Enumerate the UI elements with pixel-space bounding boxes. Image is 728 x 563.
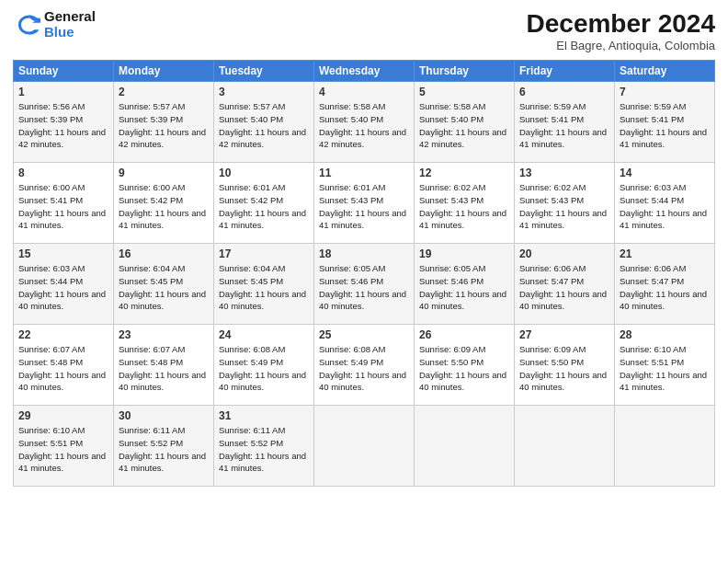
day-number: 2 bbox=[119, 86, 209, 98]
calendar-cell: 13 Sunrise: 6:02 AMSunset: 5:43 PMDaylig… bbox=[515, 163, 615, 244]
calendar-cell: 30 Sunrise: 6:11 AMSunset: 5:52 PMDaylig… bbox=[114, 406, 214, 487]
day-number: 30 bbox=[119, 409, 209, 422]
day-number: 18 bbox=[319, 247, 409, 260]
day-number: 10 bbox=[219, 167, 309, 179]
day-info: Sunrise: 6:11 AMSunset: 5:52 PMDaylight:… bbox=[119, 425, 206, 473]
calendar-table: Sunday Monday Tuesday Wednesday Thursday… bbox=[13, 60, 715, 487]
day-info: Sunrise: 6:04 AMSunset: 5:45 PMDaylight:… bbox=[119, 263, 206, 311]
day-number: 15 bbox=[18, 247, 108, 260]
day-info: Sunrise: 5:57 AMSunset: 5:40 PMDaylight:… bbox=[219, 101, 306, 149]
calendar-cell: 31 Sunrise: 6:11 AMSunset: 5:52 PMDaylig… bbox=[214, 406, 314, 487]
calendar-cell bbox=[615, 406, 715, 487]
day-info: Sunrise: 6:11 AMSunset: 5:52 PMDaylight:… bbox=[219, 425, 306, 473]
logo-general: General bbox=[44, 9, 96, 25]
day-number: 14 bbox=[620, 167, 710, 179]
day-number: 25 bbox=[319, 328, 409, 341]
day-info: Sunrise: 6:01 AMSunset: 5:42 PMDaylight:… bbox=[219, 182, 306, 230]
day-number: 11 bbox=[319, 167, 409, 179]
logo: General Blue bbox=[13, 9, 96, 40]
calendar-week-4: 22 Sunrise: 6:07 AMSunset: 5:48 PMDaylig… bbox=[14, 325, 715, 406]
calendar-cell: 16 Sunrise: 6:04 AMSunset: 5:45 PMDaylig… bbox=[114, 244, 214, 325]
calendar-cell: 18 Sunrise: 6:05 AMSunset: 5:46 PMDaylig… bbox=[314, 244, 415, 325]
calendar-cell bbox=[515, 406, 615, 487]
day-info: Sunrise: 6:00 AMSunset: 5:41 PMDaylight:… bbox=[18, 182, 106, 230]
logo-blue: Blue bbox=[44, 25, 96, 40]
day-info: Sunrise: 6:07 AMSunset: 5:48 PMDaylight:… bbox=[119, 344, 206, 392]
col-thursday: Thursday bbox=[415, 61, 515, 82]
day-info: Sunrise: 6:03 AMSunset: 5:44 PMDaylight:… bbox=[620, 182, 707, 230]
day-info: Sunrise: 5:56 AMSunset: 5:39 PMDaylight:… bbox=[18, 101, 106, 149]
calendar-cell: 14 Sunrise: 6:03 AMSunset: 5:44 PMDaylig… bbox=[615, 163, 715, 244]
day-info: Sunrise: 6:00 AMSunset: 5:42 PMDaylight:… bbox=[119, 182, 206, 230]
day-info: Sunrise: 5:59 AMSunset: 5:41 PMDaylight:… bbox=[519, 101, 607, 149]
calendar-cell: 24 Sunrise: 6:08 AMSunset: 5:49 PMDaylig… bbox=[214, 325, 314, 406]
day-number: 9 bbox=[119, 167, 209, 179]
calendar-cell: 28 Sunrise: 6:10 AMSunset: 5:51 PMDaylig… bbox=[615, 325, 715, 406]
day-info: Sunrise: 6:09 AMSunset: 5:50 PMDaylight:… bbox=[419, 344, 506, 392]
calendar-cell: 17 Sunrise: 6:04 AMSunset: 5:45 PMDaylig… bbox=[214, 244, 314, 325]
calendar-cell: 10 Sunrise: 6:01 AMSunset: 5:42 PMDaylig… bbox=[214, 163, 314, 244]
day-info: Sunrise: 6:07 AMSunset: 5:48 PMDaylight:… bbox=[18, 344, 106, 392]
day-number: 28 bbox=[620, 328, 710, 341]
day-info: Sunrise: 6:08 AMSunset: 5:49 PMDaylight:… bbox=[219, 344, 306, 392]
calendar-cell: 29 Sunrise: 6:10 AMSunset: 5:51 PMDaylig… bbox=[14, 406, 114, 487]
title-section: December 2024 El Bagre, Antioquia, Colom… bbox=[527, 9, 715, 52]
logo-text: General Blue bbox=[44, 9, 96, 40]
calendar-cell: 25 Sunrise: 6:08 AMSunset: 5:49 PMDaylig… bbox=[314, 325, 415, 406]
day-number: 1 bbox=[18, 86, 108, 98]
day-number: 3 bbox=[219, 86, 309, 98]
calendar-cell: 23 Sunrise: 6:07 AMSunset: 5:48 PMDaylig… bbox=[114, 325, 214, 406]
day-number: 26 bbox=[419, 328, 509, 341]
day-number: 5 bbox=[419, 86, 509, 98]
calendar-cell: 15 Sunrise: 6:03 AMSunset: 5:44 PMDaylig… bbox=[14, 244, 114, 325]
calendar-cell: 5 Sunrise: 5:58 AMSunset: 5:40 PMDayligh… bbox=[415, 82, 515, 163]
day-number: 27 bbox=[519, 328, 609, 341]
calendar-cell: 8 Sunrise: 6:00 AMSunset: 5:41 PMDayligh… bbox=[14, 163, 114, 244]
day-number: 12 bbox=[419, 167, 509, 179]
subtitle: El Bagre, Antioquia, Colombia bbox=[527, 39, 715, 52]
day-info: Sunrise: 5:59 AMSunset: 5:41 PMDaylight:… bbox=[620, 101, 707, 149]
page: General Blue December 2024 El Bagre, Ant… bbox=[0, 0, 728, 563]
col-tuesday: Tuesday bbox=[214, 61, 314, 82]
calendar-cell: 6 Sunrise: 5:59 AMSunset: 5:41 PMDayligh… bbox=[515, 82, 615, 163]
calendar-cell: 19 Sunrise: 6:05 AMSunset: 5:46 PMDaylig… bbox=[415, 244, 515, 325]
day-number: 23 bbox=[119, 328, 209, 341]
day-info: Sunrise: 6:10 AMSunset: 5:51 PMDaylight:… bbox=[620, 344, 707, 392]
calendar-cell: 9 Sunrise: 6:00 AMSunset: 5:42 PMDayligh… bbox=[114, 163, 214, 244]
day-info: Sunrise: 6:10 AMSunset: 5:51 PMDaylight:… bbox=[18, 425, 106, 473]
day-info: Sunrise: 6:06 AMSunset: 5:47 PMDaylight:… bbox=[620, 263, 707, 311]
calendar-cell bbox=[415, 406, 515, 487]
day-info: Sunrise: 6:02 AMSunset: 5:43 PMDaylight:… bbox=[419, 182, 506, 230]
calendar-cell: 12 Sunrise: 6:02 AMSunset: 5:43 PMDaylig… bbox=[415, 163, 515, 244]
calendar-cell: 20 Sunrise: 6:06 AMSunset: 5:47 PMDaylig… bbox=[515, 244, 615, 325]
day-number: 31 bbox=[219, 409, 309, 422]
calendar-cell: 1 Sunrise: 5:56 AMSunset: 5:39 PMDayligh… bbox=[14, 82, 114, 163]
calendar-cell: 11 Sunrise: 6:01 AMSunset: 5:43 PMDaylig… bbox=[314, 163, 415, 244]
day-info: Sunrise: 6:02 AMSunset: 5:43 PMDaylight:… bbox=[519, 182, 607, 230]
col-sunday: Sunday bbox=[14, 61, 114, 82]
day-info: Sunrise: 6:05 AMSunset: 5:46 PMDaylight:… bbox=[419, 263, 506, 311]
day-info: Sunrise: 6:08 AMSunset: 5:49 PMDaylight:… bbox=[319, 344, 406, 392]
day-number: 19 bbox=[419, 247, 509, 260]
day-number: 20 bbox=[519, 247, 609, 260]
calendar-cell: 27 Sunrise: 6:09 AMSunset: 5:50 PMDaylig… bbox=[515, 325, 615, 406]
calendar-header-row: Sunday Monday Tuesday Wednesday Thursday… bbox=[14, 61, 715, 82]
day-info: Sunrise: 6:04 AMSunset: 5:45 PMDaylight:… bbox=[219, 263, 306, 311]
day-number: 16 bbox=[119, 247, 209, 260]
calendar-week-3: 15 Sunrise: 6:03 AMSunset: 5:44 PMDaylig… bbox=[14, 244, 715, 325]
day-number: 8 bbox=[18, 167, 108, 179]
day-number: 29 bbox=[18, 409, 108, 422]
calendar-cell: 21 Sunrise: 6:06 AMSunset: 5:47 PMDaylig… bbox=[615, 244, 715, 325]
day-info: Sunrise: 6:05 AMSunset: 5:46 PMDaylight:… bbox=[319, 263, 406, 311]
day-info: Sunrise: 6:03 AMSunset: 5:44 PMDaylight:… bbox=[18, 263, 106, 311]
day-info: Sunrise: 6:06 AMSunset: 5:47 PMDaylight:… bbox=[519, 263, 607, 311]
calendar-cell: 26 Sunrise: 6:09 AMSunset: 5:50 PMDaylig… bbox=[415, 325, 515, 406]
calendar-cell bbox=[314, 406, 415, 487]
col-saturday: Saturday bbox=[615, 61, 715, 82]
logo-icon bbox=[13, 11, 40, 39]
calendar-cell: 22 Sunrise: 6:07 AMSunset: 5:48 PMDaylig… bbox=[14, 325, 114, 406]
calendar-cell: 4 Sunrise: 5:58 AMSunset: 5:40 PMDayligh… bbox=[314, 82, 415, 163]
calendar-cell: 7 Sunrise: 5:59 AMSunset: 5:41 PMDayligh… bbox=[615, 82, 715, 163]
col-friday: Friday bbox=[515, 61, 615, 82]
day-number: 21 bbox=[620, 247, 710, 260]
